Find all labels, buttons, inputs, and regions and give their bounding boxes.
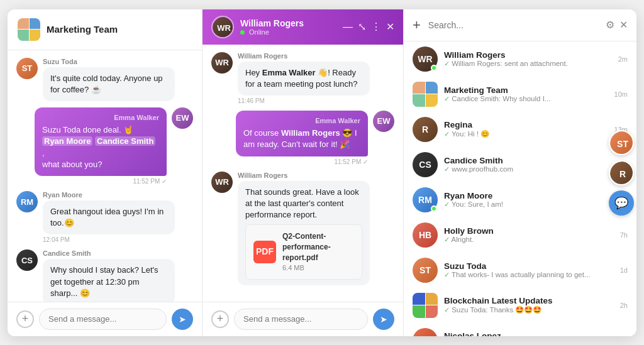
contact-item[interactable]: NL Nicolas Lopez ✓ lol 😊😊 1w (404, 323, 636, 336)
contact-avatar: CS (413, 152, 438, 177)
contact-preview: ✓ Suzu Toda: Thanks 🤩🤩🤩 (444, 305, 614, 314)
contact-preview: ✓ That works- I was actually planning to… (444, 271, 614, 279)
close-panel-icon[interactable]: ✕ (619, 19, 628, 31)
group-chat-header: Marketing Team (8, 9, 202, 50)
sender-name: William Rogers (238, 172, 370, 179)
message-row: EW Emma Walker Emma Walker Suzu Toda don… (16, 107, 193, 185)
contact-info: Holly Brown ✓ Alright. (444, 226, 614, 244)
dm-status: Online (240, 28, 336, 36)
dm-header-info: William Rogers Online (240, 18, 336, 36)
message-bubble: Emma Walker Of course William Rogers 😎 I… (236, 111, 368, 156)
avatar: EW (373, 111, 394, 132)
message-time: 12:04 PM (43, 236, 175, 243)
contact-avatar-wrap: HB (413, 222, 438, 248)
contact-item[interactable]: RM Ryan Moore ✓ You: Sure, I am! 5h (404, 182, 636, 217)
message-time: 11:46 PM (238, 97, 370, 104)
checkmark-icon: ✓ (444, 236, 450, 243)
contact-item[interactable]: WR William Rogers ✓ William Rogers: sent… (404, 41, 636, 77)
more-icon[interactable]: ⋮ (371, 21, 381, 33)
contact-preview: ✓ Candice Smith: Why should I... (444, 95, 608, 103)
message-time: 11:52 PM ✓ (35, 178, 167, 185)
contact-preview: ✓ William Rogers: sent an attachment. (444, 60, 612, 68)
floating-avatar[interactable]: ST (609, 130, 634, 155)
sender-name: Suzu Toda (43, 58, 175, 65)
middle-panel: WR William Rogers Online — ⤡ ⋮ ✕ WR (203, 9, 404, 336)
message-row: EW Emma Walker Of course William Rogers … (211, 111, 394, 165)
contacts-header: + ⚙ ✕ (404, 9, 636, 41)
group-messages-area: ST Suzu Toda It's quite cold today. Anyo… (8, 50, 202, 302)
message-bubble: Great hangout idea guys! I'm in too.😊 (43, 200, 175, 234)
message-input[interactable] (39, 309, 167, 330)
contact-name: Regina (444, 120, 608, 129)
message-row: WR William Rogers That sounds great. Hav… (211, 172, 394, 285)
message-bubble: Emma Walker Emma Walker Suzu Toda done d… (35, 107, 167, 176)
send-button[interactable]: ➤ (373, 309, 394, 330)
contact-item[interactable]: CS Candice Smith ✓ www.proofhub.com 1h (404, 147, 636, 182)
online-indicator (431, 205, 437, 212)
contact-item[interactable]: R Regina ✓ You: Hi ! 😊 13m (404, 112, 636, 147)
chat-fab-button[interactable]: 💬 (609, 190, 634, 216)
expand-icon[interactable]: ⤡ (358, 21, 366, 33)
contact-time: 10m (614, 90, 628, 98)
avatar: EW (172, 107, 193, 129)
group-chat-title: Marketing Team (47, 24, 118, 35)
sender-name: Emma Walker (42, 113, 159, 123)
contact-avatar: HB (413, 222, 438, 248)
floating-avatar[interactable]: R (609, 160, 634, 185)
contact-time: 7h (620, 231, 628, 239)
avatar: WR (211, 52, 233, 74)
message-bubble: That sounds great. Have a look at the la… (238, 181, 370, 285)
online-indicator (431, 65, 437, 71)
contact-avatar-wrap: WR (413, 47, 438, 72)
minimize-icon[interactable]: — (343, 21, 353, 33)
contact-item[interactable]: HB Holly Brown ✓ Alright. 7h (404, 217, 636, 253)
contact-time: 1d (620, 266, 628, 274)
dm-header: WR William Rogers Online — ⤡ ⋮ ✕ (203, 9, 403, 45)
close-icon[interactable]: ✕ (386, 21, 394, 33)
checkmark-icon: ✓ (444, 165, 450, 173)
contact-avatar: ST (413, 258, 438, 283)
contact-list: WR William Rogers ✓ William Rogers: sent… (404, 41, 636, 336)
contact-avatar-wrap: CS (413, 152, 438, 177)
contact-preview: ✓ You: Hi ! 😊 (444, 129, 608, 138)
avatar: ST (16, 58, 38, 79)
contact-info: Ryan Moore ✓ You: Sure, I am! (444, 191, 614, 209)
contact-preview: ✓ You: Sure, I am! (444, 200, 614, 209)
contact-name: Ryan Moore (444, 191, 614, 200)
contact-avatar-wrap (413, 82, 438, 107)
attachment-button[interactable]: + (211, 310, 229, 328)
contact-info: Regina ✓ You: Hi ! 😊 (444, 120, 608, 138)
contact-info: William Rogers ✓ William Rogers: sent an… (444, 50, 612, 68)
contact-item[interactable]: ST Suzu Toda ✓ That works- I was actuall… (404, 253, 636, 288)
contact-item[interactable]: Blockchain Latest Updates ✓ Suzu Toda: T… (404, 288, 636, 323)
new-chat-button[interactable]: + (413, 17, 421, 33)
avatar: CS (16, 249, 38, 271)
message-row: CS Candice Smith Why should I stay back?… (16, 249, 193, 301)
message-bubble: It's quite cold today. Anyone up for cof… (43, 67, 175, 101)
pdf-icon: PDF (253, 241, 276, 263)
checkmark-icon: ✓ (444, 271, 450, 278)
message-row: RM Ryan Moore Great hangout idea guys! I… (16, 191, 193, 243)
contact-name: Nicolas Lopez (444, 331, 613, 336)
pdf-attachment[interactable]: PDF Q2-Content-performance-report.pdf 6.… (245, 224, 362, 280)
contact-avatar-wrap: ST (413, 258, 438, 283)
contact-info: Nicolas Lopez ✓ lol 😊😊 (444, 331, 613, 336)
message-bubble: Hey Emma Walker 👋! Ready for a team meet… (238, 62, 370, 96)
message-row: ST Suzu Toda It's quite cold today. Anyo… (16, 58, 193, 101)
message-input[interactable] (234, 309, 368, 330)
contact-preview: ✓ Alright. (444, 236, 614, 244)
send-button[interactable]: ➤ (172, 309, 193, 330)
dm-contact-avatar: WR (211, 16, 234, 38)
contact-name: William Rogers (444, 50, 612, 60)
search-input[interactable] (428, 20, 601, 30)
contact-avatar-wrap (413, 293, 438, 318)
right-panel: + ⚙ ✕ WR William Rogers ✓ William Rogers… (404, 9, 636, 336)
checkmark-icon: ✓ (444, 306, 450, 314)
contact-avatar: NL (413, 328, 438, 336)
checkmark-icon: ✓ (444, 95, 450, 102)
settings-icon[interactable]: ⚙ (606, 19, 614, 31)
contact-avatar-wrap: NL (413, 328, 438, 336)
left-panel: Marketing Team ST Suzu Toda It's quite c… (8, 9, 203, 336)
attachment-button[interactable]: + (16, 310, 34, 328)
contact-item[interactable]: Marketing Team ✓ Candice Smith: Why shou… (404, 77, 636, 112)
